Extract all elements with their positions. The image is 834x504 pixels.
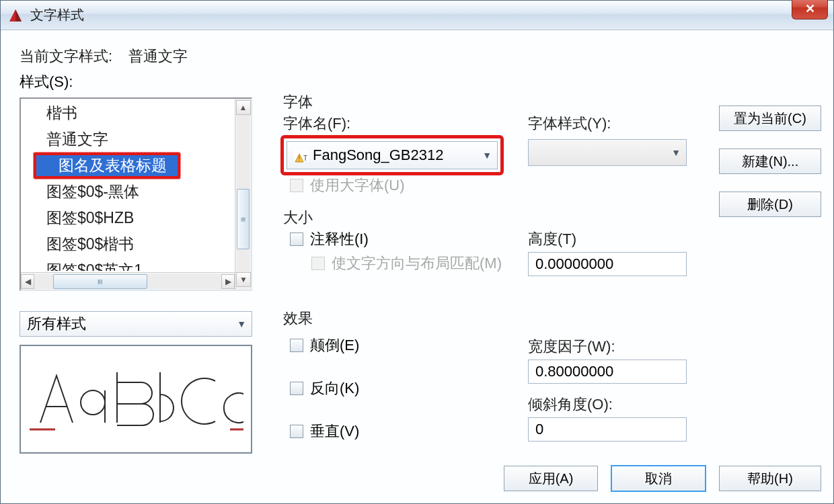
- width-factor-label: 宽度因子(W):: [528, 337, 615, 357]
- height-label: 高度(T): [528, 229, 576, 249]
- cancel-button[interactable]: 取消: [611, 466, 706, 491]
- svg-text:!: !: [299, 155, 301, 163]
- vertical-scrollbar[interactable]: ▲ ▼: [235, 99, 251, 290]
- svg-text:T: T: [303, 155, 307, 162]
- titlebar: 文字样式 ✕: [1, 1, 833, 30]
- dialog-title: 文字样式: [30, 6, 84, 24]
- list-item[interactable]: 图签$0$HZB: [21, 205, 235, 231]
- styles-listbox[interactable]: 楷书 普通文字 图名及表格标题 图签$0$-黑体 图签$0$HZB 图签$0$楷…: [20, 97, 252, 291]
- checkbox-box: [290, 233, 303, 246]
- close-button[interactable]: ✕: [792, 0, 828, 19]
- horizontal-scrollbar[interactable]: ◀ ▶: [21, 272, 235, 290]
- text-style-dialog: 文字样式 ✕ 当前文字样式: 普通文字 样式(S): 楷书 普通文字 图名及表格…: [0, 0, 834, 504]
- effects-section-label: 效果: [283, 308, 313, 329]
- scroll-down-button[interactable]: ▼: [236, 272, 251, 287]
- height-input[interactable]: [528, 252, 687, 276]
- combo-value: 所有样式: [27, 314, 86, 334]
- list-item[interactable]: 图签$0$楷书: [21, 231, 235, 257]
- checkbox-label: 颠倒(E): [310, 335, 359, 355]
- list-item[interactable]: 楷书: [21, 100, 235, 126]
- match-orientation-checkbox: 使文字方向与布局匹配(M): [311, 253, 502, 274]
- vertical-checkbox[interactable]: 垂直(V): [290, 421, 359, 442]
- scroll-track[interactable]: [237, 115, 250, 274]
- font-style-label: 字体样式(Y):: [528, 114, 611, 134]
- font-name-combo[interactable]: !T FangSong_GB2312 ▼: [287, 141, 498, 169]
- width-factor-input[interactable]: [528, 360, 687, 384]
- styles-items: 楷书 普通文字 图名及表格标题 图签$0$-黑体 图签$0$HZB 图签$0$楷…: [21, 100, 235, 271]
- set-current-button[interactable]: 置为当前(C): [719, 106, 821, 131]
- checkbox-label: 使文字方向与布局匹配(M): [332, 253, 502, 274]
- annotative-checkbox[interactable]: 注释性(I): [290, 229, 369, 249]
- current-style-value: 普通文字: [128, 48, 188, 65]
- list-item[interactable]: 普通文字: [21, 126, 235, 153]
- checkbox-label: 垂直(V): [310, 421, 359, 442]
- checkbox-box: [290, 425, 303, 438]
- font-section-label: 字体: [283, 92, 313, 112]
- scroll-up-button[interactable]: ▲: [236, 100, 251, 115]
- list-item[interactable]: 图签$0$-黑体: [21, 179, 235, 205]
- current-style-label: 当前文字样式:: [20, 48, 112, 65]
- style-filter-combo[interactable]: 所有样式 ▼: [20, 311, 252, 337]
- style-preview: [20, 345, 252, 454]
- font-name-highlight: !T FangSong_GB2312 ▼: [280, 135, 504, 175]
- delete-button[interactable]: 删除(D): [719, 192, 821, 217]
- size-section-label: 大小: [283, 208, 313, 228]
- scroll-thumb[interactable]: [53, 274, 147, 289]
- oblique-angle-input[interactable]: [528, 417, 687, 442]
- checkbox-box: [290, 382, 303, 395]
- checkbox-box: [290, 339, 303, 352]
- scroll-left-button[interactable]: ◀: [21, 274, 34, 289]
- close-icon: ✕: [805, 1, 815, 16]
- preview-glyphs: [28, 362, 243, 436]
- checkbox-label: 注释性(I): [310, 229, 369, 249]
- font-style-combo[interactable]: ▼: [528, 139, 687, 166]
- checkbox-box: [311, 257, 325, 270]
- checkbox-box: [290, 179, 303, 192]
- scroll-thumb[interactable]: [237, 189, 250, 249]
- client-area: 当前文字样式: 普通文字 样式(S): 楷书 普通文字 图名及表格标题 图签$0…: [1, 30, 833, 503]
- apply-button[interactable]: 应用(A): [504, 466, 598, 491]
- truetype-icon: !T: [294, 150, 309, 161]
- new-button[interactable]: 新建(N)...: [719, 149, 821, 174]
- chevron-down-icon: ▼: [237, 319, 246, 329]
- upside-down-checkbox[interactable]: 颠倒(E): [290, 335, 359, 355]
- list-item[interactable]: 图名及表格标题: [33, 152, 181, 179]
- use-bigfont-checkbox: 使用大字体(U): [290, 175, 405, 196]
- current-style-row: 当前文字样式: 普通文字: [20, 46, 821, 67]
- oblique-angle-label: 倾斜角度(O):: [528, 394, 613, 415]
- backwards-checkbox[interactable]: 反向(K): [290, 378, 359, 398]
- font-name-value: FangSong_GB2312: [313, 146, 444, 164]
- checkbox-label: 使用大字体(U): [310, 175, 405, 196]
- help-button[interactable]: 帮助(H): [719, 466, 821, 491]
- font-name-label: 字体名(F):: [283, 114, 350, 134]
- chevron-down-icon: ▼: [482, 150, 492, 161]
- styles-label: 样式(S):: [20, 72, 821, 92]
- scroll-right-button[interactable]: ▶: [221, 274, 235, 289]
- app-icon: [7, 7, 24, 24]
- list-item[interactable]: 图签$0$英文1: [21, 257, 235, 271]
- checkbox-label: 反向(K): [310, 378, 359, 398]
- chevron-down-icon: ▼: [671, 147, 681, 158]
- scroll-track[interactable]: [34, 274, 221, 289]
